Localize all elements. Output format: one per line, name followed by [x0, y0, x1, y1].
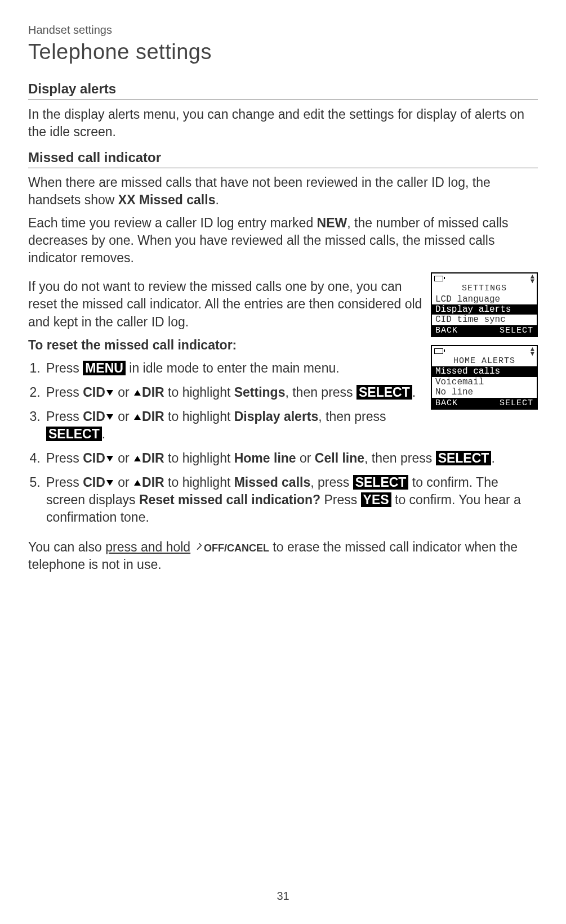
key-select: SELECT	[353, 475, 409, 490]
up-arrow-icon	[134, 480, 141, 486]
key-dir: DIR	[142, 451, 164, 465]
lcd-row: No line	[432, 387, 537, 397]
down-arrow-icon	[106, 480, 113, 486]
text: Press	[46, 409, 83, 424]
key-select: SELECT	[46, 427, 102, 441]
menu-display-alerts: Display alerts	[234, 409, 319, 424]
breadcrumb: Handset settings	[28, 23, 538, 38]
battery-icon	[434, 276, 443, 281]
key-yes: YES	[361, 492, 391, 507]
section-display-alerts: Display alerts	[28, 80, 538, 100]
text: , then press	[285, 385, 356, 400]
paragraph-missed-1: When there are missed calls that have no…	[28, 174, 538, 209]
key-select: SELECT	[436, 451, 492, 465]
step-4: Press CID or DIR to highlight Home line …	[44, 450, 538, 467]
key-cid: CID	[83, 385, 105, 400]
text: .	[102, 427, 105, 441]
key-cid: CID	[83, 409, 105, 424]
up-arrow-icon	[134, 390, 141, 396]
menu-settings: Settings	[234, 385, 286, 400]
text: , then press	[318, 409, 386, 424]
softkey-select: SELECT	[500, 326, 533, 335]
up-arrow-icon	[134, 414, 141, 420]
text: , press	[310, 475, 353, 490]
text: You can also	[28, 540, 105, 554]
text: Press	[320, 492, 361, 507]
key-off-cancel: OFF/CANCEL	[204, 542, 269, 554]
battery-icon	[434, 348, 443, 354]
scroll-arrows-icon: ▲▼	[531, 347, 534, 356]
up-arrow-icon	[134, 456, 141, 461]
key-select: SELECT	[356, 385, 412, 400]
lcd-screen-home-alerts: ▲▼ HOME ALERTS Missed calls Voicemail No…	[431, 345, 538, 410]
text: .	[412, 385, 416, 400]
text: Press	[46, 475, 83, 490]
menu-home-line: Home line	[234, 451, 296, 465]
page-number: 31	[28, 889, 538, 904]
prompt-reset: Reset missed call indication?	[139, 492, 320, 507]
lcd-title: SETTINGS	[432, 284, 537, 294]
text: Press	[46, 385, 83, 400]
text: Press	[46, 451, 83, 465]
key-dir: DIR	[142, 409, 164, 424]
key-menu: MENU	[83, 361, 126, 375]
paragraph-intro: In the display alerts menu, you can chan…	[28, 106, 538, 141]
key-cid: CID	[83, 451, 105, 465]
lcd-row: LCD language	[432, 294, 537, 304]
text: Each time you review a caller ID log ent…	[28, 216, 317, 230]
text: to highlight	[164, 385, 234, 400]
page-title: Telephone settings	[28, 38, 538, 66]
lcd-screen-settings: ▲▼ SETTINGS LCD language Display alerts …	[431, 272, 538, 337]
text: When there are missed calls that have no…	[28, 175, 491, 207]
down-arrow-icon	[106, 414, 113, 420]
text: in idle mode to enter the main menu.	[126, 361, 340, 375]
text: or	[114, 409, 133, 424]
paragraph-alternative: You can also press and hold ⌐OFF/CANCEL …	[28, 539, 538, 573]
softkey-back: BACK	[435, 398, 458, 408]
key-dir: DIR	[142, 385, 164, 400]
scroll-arrows-icon: ▲▼	[531, 275, 534, 284]
lcd-row: CID time sync	[432, 315, 537, 325]
lcd-screenshots: ▲▼ SETTINGS LCD language Display alerts …	[431, 272, 538, 417]
key-dir: DIR	[142, 475, 164, 490]
text: or	[296, 451, 315, 465]
step-5: Press CID or DIR to highlight Missed cal…	[44, 474, 538, 526]
softkey-select: SELECT	[500, 398, 533, 408]
text: Press	[46, 361, 83, 375]
text: or	[114, 475, 133, 490]
menu-missed-calls: Missed calls	[234, 475, 311, 490]
text: , then press	[364, 451, 436, 465]
text: or	[114, 385, 133, 400]
text: .	[491, 451, 494, 465]
text: to highlight	[164, 409, 234, 424]
paragraph-missed-2: Each time you review a caller ID log ent…	[28, 214, 538, 267]
softkey-back: BACK	[435, 326, 458, 335]
text: .	[215, 192, 219, 207]
text: or	[114, 451, 133, 465]
lcd-row-selected: Display alerts	[432, 304, 537, 315]
lcd-title: HOME ALERTS	[432, 356, 537, 366]
bold-text: XX Missed calls	[118, 192, 216, 207]
section-missed-call-indicator: Missed call indicator	[28, 149, 538, 168]
text: to highlight	[164, 451, 234, 465]
underline-text: press and hold	[105, 540, 190, 554]
lcd-row: Voicemail	[432, 377, 537, 387]
lcd-row-selected: Missed calls	[432, 366, 537, 376]
text: to highlight	[164, 475, 234, 490]
bold-text: NEW	[317, 216, 347, 230]
menu-cell-line: Cell line	[315, 451, 364, 465]
key-cid: CID	[83, 475, 105, 490]
down-arrow-icon	[106, 456, 113, 461]
down-arrow-icon	[106, 390, 113, 396]
